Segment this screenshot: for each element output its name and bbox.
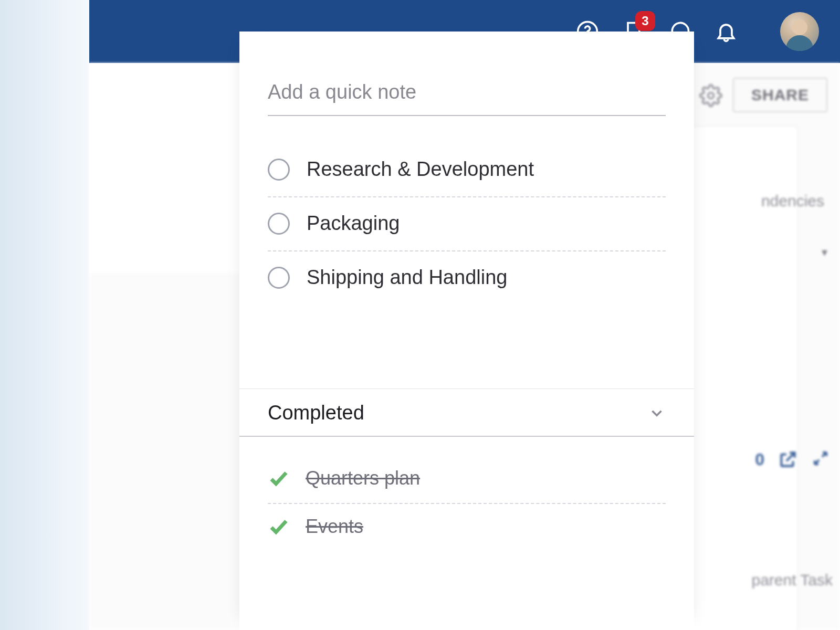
notification-badge: 3 (635, 11, 655, 31)
quick-note-input[interactable] (268, 81, 666, 116)
quick-note-section (239, 32, 694, 116)
completed-task-item[interactable]: Events (268, 504, 666, 551)
completed-task-item[interactable]: Quarters plan (268, 456, 666, 504)
open-task-list: Research & Development Packaging Shippin… (239, 139, 694, 304)
task-label: Research & Development (307, 158, 534, 181)
bg-count-label: 0 (755, 450, 764, 469)
radio-unchecked-icon[interactable] (268, 267, 290, 289)
left-gradient-strip (0, 0, 89, 630)
completed-section: Completed Quarters plan Events (239, 388, 694, 551)
radio-unchecked-icon[interactable] (268, 159, 290, 181)
completed-task-list: Quarters plan Events (239, 456, 694, 551)
share-button[interactable]: SHARE (733, 78, 827, 112)
expand-icon[interactable] (812, 449, 832, 469)
check-icon (268, 516, 290, 538)
completed-header[interactable]: Completed (239, 388, 694, 437)
task-item[interactable]: Packaging (268, 197, 666, 251)
bg-sidebar-panel (89, 63, 247, 273)
gear-icon[interactable] (699, 84, 722, 107)
user-avatar[interactable] (780, 12, 819, 51)
chevron-down-icon (648, 404, 666, 422)
bg-parent-task-text: parent Task (751, 571, 833, 589)
completed-task-label: Events (306, 516, 363, 538)
dropdown-caret-icon[interactable]: ▾ (822, 246, 827, 259)
completed-task-label: Quarters plan (306, 467, 420, 489)
task-item[interactable]: Research & Development (268, 139, 666, 197)
completed-title: Completed (268, 402, 364, 424)
task-label: Packaging (307, 212, 400, 235)
svg-point-2 (708, 93, 714, 99)
open-external-icon[interactable] (778, 449, 798, 469)
check-icon (268, 467, 290, 489)
bell-icon[interactable] (713, 18, 739, 45)
quick-note-dropdown: Research & Development Packaging Shippin… (239, 32, 694, 630)
radio-unchecked-icon[interactable] (268, 213, 290, 235)
task-item[interactable]: Shipping and Handling (268, 251, 666, 304)
bg-action-row: 0 (755, 449, 832, 469)
bg-dependencies-text: ndencies (761, 192, 824, 210)
task-label: Shipping and Handling (307, 266, 507, 289)
